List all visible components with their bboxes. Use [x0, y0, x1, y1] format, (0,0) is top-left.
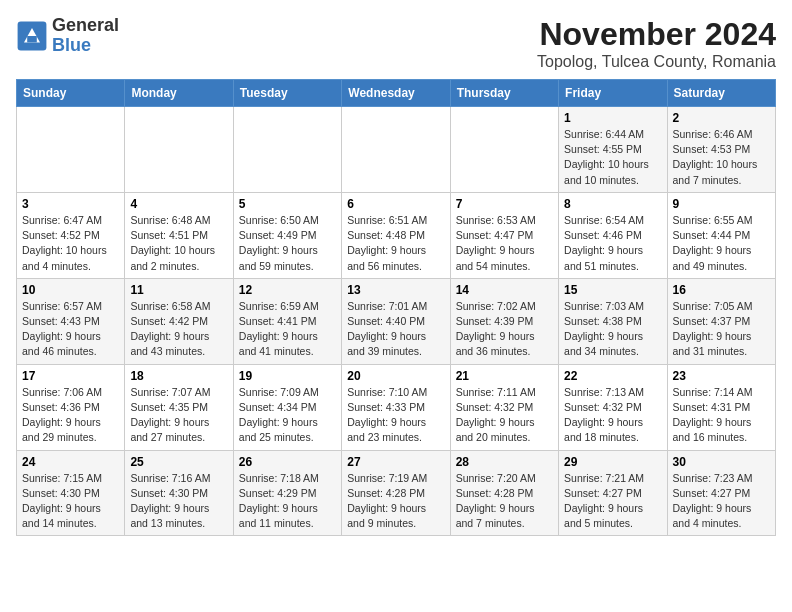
day-number: 12 — [239, 283, 336, 297]
day-number: 22 — [564, 369, 661, 383]
calendar-cell — [17, 107, 125, 193]
calendar-cell: 11Sunrise: 6:58 AMSunset: 4:42 PMDayligh… — [125, 278, 233, 364]
day-info: Sunrise: 6:44 AMSunset: 4:55 PMDaylight:… — [564, 127, 661, 188]
calendar-cell — [233, 107, 341, 193]
weekday-header-cell: Wednesday — [342, 80, 450, 107]
calendar-cell: 3Sunrise: 6:47 AMSunset: 4:52 PMDaylight… — [17, 192, 125, 278]
day-info: Sunrise: 7:23 AMSunset: 4:27 PMDaylight:… — [673, 471, 770, 532]
calendar-cell: 9Sunrise: 6:55 AMSunset: 4:44 PMDaylight… — [667, 192, 775, 278]
day-number: 16 — [673, 283, 770, 297]
day-info: Sunrise: 7:10 AMSunset: 4:33 PMDaylight:… — [347, 385, 444, 446]
day-info: Sunrise: 6:57 AMSunset: 4:43 PMDaylight:… — [22, 299, 119, 360]
day-info: Sunrise: 6:48 AMSunset: 4:51 PMDaylight:… — [130, 213, 227, 274]
calendar-body: 1Sunrise: 6:44 AMSunset: 4:55 PMDaylight… — [17, 107, 776, 536]
day-info: Sunrise: 7:18 AMSunset: 4:29 PMDaylight:… — [239, 471, 336, 532]
calendar-cell: 1Sunrise: 6:44 AMSunset: 4:55 PMDaylight… — [559, 107, 667, 193]
page-title: November 2024 — [537, 16, 776, 53]
calendar-cell: 30Sunrise: 7:23 AMSunset: 4:27 PMDayligh… — [667, 450, 775, 536]
calendar-cell: 29Sunrise: 7:21 AMSunset: 4:27 PMDayligh… — [559, 450, 667, 536]
calendar-cell: 27Sunrise: 7:19 AMSunset: 4:28 PMDayligh… — [342, 450, 450, 536]
calendar-cell: 25Sunrise: 7:16 AMSunset: 4:30 PMDayligh… — [125, 450, 233, 536]
calendar-cell: 14Sunrise: 7:02 AMSunset: 4:39 PMDayligh… — [450, 278, 558, 364]
day-info: Sunrise: 7:09 AMSunset: 4:34 PMDaylight:… — [239, 385, 336, 446]
day-info: Sunrise: 7:02 AMSunset: 4:39 PMDaylight:… — [456, 299, 553, 360]
day-info: Sunrise: 6:50 AMSunset: 4:49 PMDaylight:… — [239, 213, 336, 274]
calendar-cell — [342, 107, 450, 193]
calendar-cell: 8Sunrise: 6:54 AMSunset: 4:46 PMDaylight… — [559, 192, 667, 278]
calendar-cell: 12Sunrise: 6:59 AMSunset: 4:41 PMDayligh… — [233, 278, 341, 364]
calendar-cell: 26Sunrise: 7:18 AMSunset: 4:29 PMDayligh… — [233, 450, 341, 536]
day-number: 7 — [456, 197, 553, 211]
day-number: 26 — [239, 455, 336, 469]
day-info: Sunrise: 7:16 AMSunset: 4:30 PMDaylight:… — [130, 471, 227, 532]
day-number: 5 — [239, 197, 336, 211]
calendar-cell: 24Sunrise: 7:15 AMSunset: 4:30 PMDayligh… — [17, 450, 125, 536]
calendar-cell: 16Sunrise: 7:05 AMSunset: 4:37 PMDayligh… — [667, 278, 775, 364]
svg-rect-2 — [27, 36, 37, 42]
day-number: 25 — [130, 455, 227, 469]
day-number: 21 — [456, 369, 553, 383]
day-info: Sunrise: 7:13 AMSunset: 4:32 PMDaylight:… — [564, 385, 661, 446]
day-number: 23 — [673, 369, 770, 383]
calendar-cell: 21Sunrise: 7:11 AMSunset: 4:32 PMDayligh… — [450, 364, 558, 450]
day-number: 4 — [130, 197, 227, 211]
day-info: Sunrise: 6:51 AMSunset: 4:48 PMDaylight:… — [347, 213, 444, 274]
day-number: 1 — [564, 111, 661, 125]
day-number: 28 — [456, 455, 553, 469]
day-info: Sunrise: 6:47 AMSunset: 4:52 PMDaylight:… — [22, 213, 119, 274]
day-number: 15 — [564, 283, 661, 297]
day-info: Sunrise: 6:58 AMSunset: 4:42 PMDaylight:… — [130, 299, 227, 360]
day-number: 20 — [347, 369, 444, 383]
calendar-cell: 5Sunrise: 6:50 AMSunset: 4:49 PMDaylight… — [233, 192, 341, 278]
day-info: Sunrise: 7:15 AMSunset: 4:30 PMDaylight:… — [22, 471, 119, 532]
day-number: 27 — [347, 455, 444, 469]
calendar-cell: 13Sunrise: 7:01 AMSunset: 4:40 PMDayligh… — [342, 278, 450, 364]
day-info: Sunrise: 7:07 AMSunset: 4:35 PMDaylight:… — [130, 385, 227, 446]
calendar-cell: 28Sunrise: 7:20 AMSunset: 4:28 PMDayligh… — [450, 450, 558, 536]
title-block: November 2024 Topolog, Tulcea County, Ro… — [537, 16, 776, 71]
calendar-cell — [450, 107, 558, 193]
weekday-header-cell: Monday — [125, 80, 233, 107]
weekday-header-cell: Friday — [559, 80, 667, 107]
calendar-week-row: 10Sunrise: 6:57 AMSunset: 4:43 PMDayligh… — [17, 278, 776, 364]
calendar-cell: 20Sunrise: 7:10 AMSunset: 4:33 PMDayligh… — [342, 364, 450, 450]
logo-text: General Blue — [52, 16, 119, 56]
day-number: 9 — [673, 197, 770, 211]
weekday-header-cell: Tuesday — [233, 80, 341, 107]
day-number: 30 — [673, 455, 770, 469]
logo: General Blue — [16, 16, 119, 56]
calendar-cell — [125, 107, 233, 193]
page-header: General Blue November 2024 Topolog, Tulc… — [16, 16, 776, 71]
day-info: Sunrise: 7:14 AMSunset: 4:31 PMDaylight:… — [673, 385, 770, 446]
calendar-week-row: 24Sunrise: 7:15 AMSunset: 4:30 PMDayligh… — [17, 450, 776, 536]
calendar-cell: 19Sunrise: 7:09 AMSunset: 4:34 PMDayligh… — [233, 364, 341, 450]
calendar-table: SundayMondayTuesdayWednesdayThursdayFrid… — [16, 79, 776, 536]
day-number: 8 — [564, 197, 661, 211]
day-info: Sunrise: 6:53 AMSunset: 4:47 PMDaylight:… — [456, 213, 553, 274]
day-number: 18 — [130, 369, 227, 383]
day-info: Sunrise: 7:20 AMSunset: 4:28 PMDaylight:… — [456, 471, 553, 532]
calendar-cell: 6Sunrise: 6:51 AMSunset: 4:48 PMDaylight… — [342, 192, 450, 278]
calendar-cell: 17Sunrise: 7:06 AMSunset: 4:36 PMDayligh… — [17, 364, 125, 450]
day-info: Sunrise: 6:55 AMSunset: 4:44 PMDaylight:… — [673, 213, 770, 274]
day-number: 11 — [130, 283, 227, 297]
day-number: 6 — [347, 197, 444, 211]
day-number: 29 — [564, 455, 661, 469]
calendar-cell: 23Sunrise: 7:14 AMSunset: 4:31 PMDayligh… — [667, 364, 775, 450]
calendar-cell: 18Sunrise: 7:07 AMSunset: 4:35 PMDayligh… — [125, 364, 233, 450]
day-number: 10 — [22, 283, 119, 297]
calendar-cell: 15Sunrise: 7:03 AMSunset: 4:38 PMDayligh… — [559, 278, 667, 364]
day-info: Sunrise: 7:11 AMSunset: 4:32 PMDaylight:… — [456, 385, 553, 446]
calendar-week-row: 17Sunrise: 7:06 AMSunset: 4:36 PMDayligh… — [17, 364, 776, 450]
weekday-header-cell: Saturday — [667, 80, 775, 107]
day-number: 19 — [239, 369, 336, 383]
day-info: Sunrise: 6:54 AMSunset: 4:46 PMDaylight:… — [564, 213, 661, 274]
calendar-cell: 22Sunrise: 7:13 AMSunset: 4:32 PMDayligh… — [559, 364, 667, 450]
calendar-cell: 4Sunrise: 6:48 AMSunset: 4:51 PMDaylight… — [125, 192, 233, 278]
day-number: 3 — [22, 197, 119, 211]
day-number: 2 — [673, 111, 770, 125]
day-info: Sunrise: 6:59 AMSunset: 4:41 PMDaylight:… — [239, 299, 336, 360]
day-info: Sunrise: 7:05 AMSunset: 4:37 PMDaylight:… — [673, 299, 770, 360]
calendar-cell: 2Sunrise: 6:46 AMSunset: 4:53 PMDaylight… — [667, 107, 775, 193]
calendar-cell: 7Sunrise: 6:53 AMSunset: 4:47 PMDaylight… — [450, 192, 558, 278]
